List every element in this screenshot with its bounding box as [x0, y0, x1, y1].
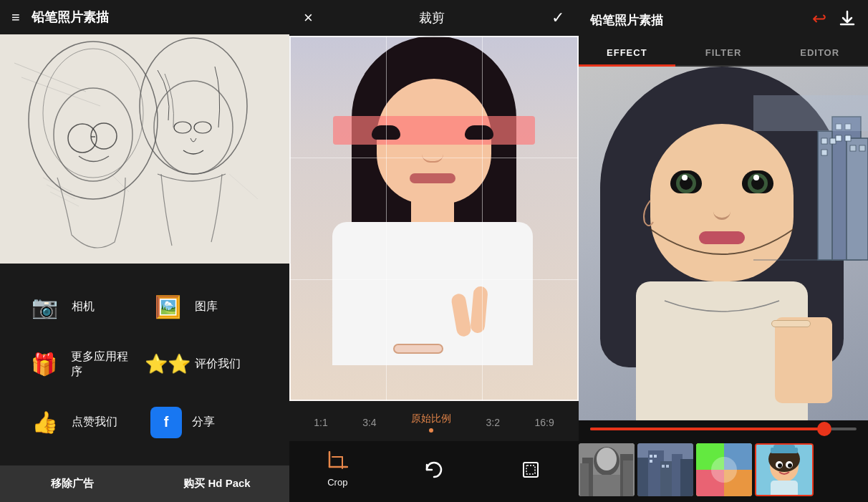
actions-grid: 📷 相机 🖼️ 图库 🎁 更多应用程序 ⭐⭐ 评价我们 👍 点赞我们 f 分享 [0, 264, 289, 465]
right-eye [465, 125, 493, 140]
sketch-preview [0, 34, 289, 264]
svg-rect-29 [847, 138, 868, 260]
thumb-city[interactable] [637, 443, 693, 496]
svg-rect-76 [773, 445, 795, 449]
effect-slider[interactable] [590, 428, 857, 430]
effect-main-image [579, 67, 868, 420]
bracelet [393, 344, 443, 354]
bottom-buttons: 移除广告 购买 Hd Pack [0, 465, 289, 502]
svg-rect-44 [589, 475, 624, 496]
camera-label: 相机 [72, 299, 95, 314]
action-gallery[interactable]: 🖼️ 图库 [145, 278, 268, 336]
svg-rect-35 [836, 135, 842, 141]
more-apps-label: 更多应用程序 [71, 349, 139, 380]
crop-topbar: × 裁剪 ✓ [289, 0, 579, 36]
star-icon: ⭐⭐ [150, 347, 185, 382]
manga-left-eye [670, 170, 702, 193]
svg-rect-31 [830, 138, 836, 144]
action-more-apps[interactable]: 🎁 更多应用程序 [21, 336, 145, 394]
download-icon [838, 9, 857, 27]
action-rate[interactable]: ⭐⭐ 评价我们 [145, 336, 268, 394]
main-app-title: 铅笔照片素描 [32, 9, 109, 26]
effect-slider-bar [579, 420, 868, 438]
svg-point-72 [778, 463, 782, 468]
gallery-label: 图库 [195, 299, 218, 314]
lips [410, 173, 455, 183]
effect-thumbnails [579, 438, 868, 502]
panel-crop: × 裁剪 ✓ [289, 0, 579, 502]
action-camera[interactable]: 📷 相机 [21, 278, 145, 336]
rotate-icon [423, 459, 445, 481]
svg-rect-0 [0, 34, 289, 264]
manga-bg [579, 67, 868, 420]
neck [411, 197, 454, 226]
thumb-color[interactable] [696, 443, 752, 496]
manga-bracelet [771, 320, 811, 327]
gift-icon: 🎁 [27, 347, 61, 382]
svg-rect-56 [650, 455, 652, 458]
privacy-blur [333, 116, 536, 145]
crop-tool-expand[interactable] [520, 459, 541, 481]
city-bg-svg [753, 95, 868, 382]
slider-thumb[interactable] [817, 422, 831, 436]
tab-filter[interactable]: FILTER [675, 40, 772, 65]
svg-point-43 [597, 448, 617, 470]
svg-rect-74 [771, 481, 798, 496]
ratio-1-1[interactable]: 1:1 [308, 414, 333, 431]
effect-topbar-icons: ↩ [812, 9, 857, 32]
thumb-bw[interactable] [579, 443, 635, 496]
gallery-icon: 🖼️ [150, 289, 185, 324]
rate-label: 评价我们 [195, 357, 241, 372]
svg-point-66 [711, 457, 737, 483]
buy-hd-button[interactable]: 购买 Hd Pack [145, 465, 289, 502]
ratio-original[interactable]: 原始比例 [405, 410, 457, 435]
svg-rect-48 [623, 460, 633, 496]
svg-rect-30 [821, 138, 827, 144]
ratio-16-9[interactable]: 16:9 [529, 414, 560, 431]
effect-tabs: EFFECT FILTER EDITOR [579, 40, 868, 67]
crop-image-area [289, 36, 579, 401]
action-share[interactable]: f 分享 [145, 393, 268, 451]
thumb-cartoon-svg [756, 445, 812, 496]
facebook-icon: f [150, 407, 182, 438]
camera-icon: 📷 [27, 289, 62, 324]
main-topbar: ≡ 铅笔照片素描 [0, 0, 289, 34]
thumb-color-svg [696, 443, 752, 496]
crop-close-button[interactable]: × [304, 9, 313, 27]
ratio-active-dot [429, 428, 433, 433]
tab-editor[interactable]: EDITOR [771, 40, 868, 65]
tab-effect[interactable]: EFFECT [579, 40, 675, 65]
like-label: 点赞我们 [72, 415, 117, 430]
left-eye [372, 125, 400, 140]
crop-confirm-button[interactable]: ✓ [551, 9, 564, 27]
svg-rect-32 [821, 150, 827, 155]
ratio-3-4[interactable]: 3:4 [357, 414, 382, 431]
undo-button[interactable]: ↩ [812, 9, 826, 32]
download-button[interactable] [838, 9, 857, 32]
panel-main: ≡ 铅笔照片素描 [0, 0, 289, 502]
share-label: 分享 [192, 415, 215, 430]
remove-ad-button[interactable]: 移除广告 [0, 465, 145, 502]
svg-rect-24 [524, 463, 538, 477]
effect-app-title: 铅笔照片素描 [590, 12, 663, 29]
panel-effect: 铅笔照片素描 ↩ EFFECT FILTER EDITOR [579, 0, 868, 502]
svg-rect-55 [680, 459, 693, 496]
svg-rect-57 [654, 455, 657, 458]
crop-toolbar: Crop [289, 441, 579, 502]
crop-photo [289, 36, 579, 401]
svg-rect-46 [580, 463, 589, 496]
action-like[interactable]: 👍 点赞我们 [21, 393, 145, 451]
effect-topbar: 铅笔照片素描 ↩ [579, 0, 868, 40]
ratio-3-2[interactable]: 3:2 [481, 414, 506, 431]
crop-tool-crop[interactable]: Crop [327, 451, 348, 488]
svg-rect-38 [859, 145, 865, 151]
crop-ratio-bar: 1:1 3:4 原始比例 3:2 16:9 [289, 401, 579, 441]
slider-fill [590, 428, 824, 430]
manga-lips [699, 231, 745, 244]
crop-title: 裁剪 [419, 9, 445, 26]
menu-icon[interactable]: ≡ [11, 9, 20, 26]
thumb-cartoon[interactable] [755, 443, 814, 496]
thumbs-up-icon: 👍 [27, 405, 62, 440]
svg-point-73 [788, 463, 792, 468]
crop-tool-rotate[interactable] [423, 459, 445, 481]
